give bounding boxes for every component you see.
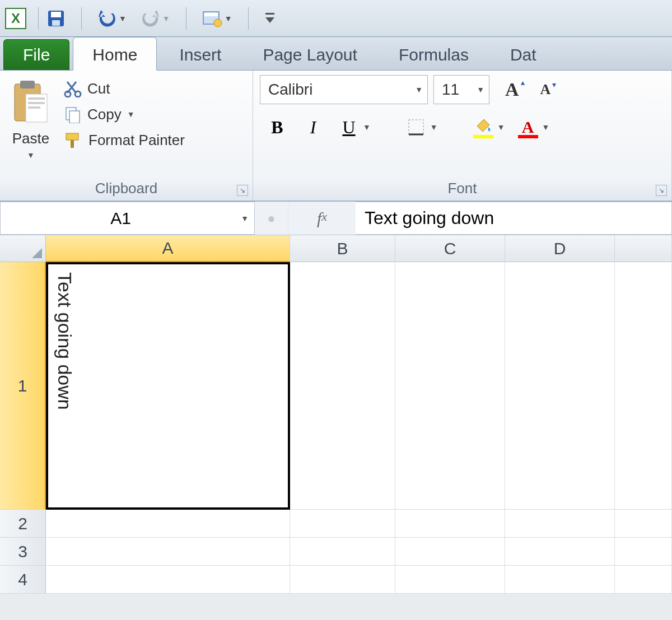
name-box[interactable]: A1 ▼: [0, 202, 255, 235]
bold-button[interactable]: B: [264, 114, 290, 140]
row-header-3[interactable]: 3: [0, 538, 46, 566]
column-header-extra[interactable]: [615, 235, 672, 262]
cell-E4[interactable]: [615, 566, 672, 594]
title-bar: X ▼ ▼ ▼: [0, 0, 672, 37]
shrink-font-button[interactable]: A▾: [540, 81, 551, 98]
font-color-button[interactable]: A ▼: [515, 114, 550, 140]
row-header-1[interactable]: 1: [0, 262, 46, 510]
tab-page-layout[interactable]: Page Layout: [244, 38, 376, 70]
svg-rect-21: [71, 140, 74, 148]
font-size-combo[interactable]: 11 ▼: [433, 75, 489, 104]
cut-button[interactable]: Cut: [62, 78, 187, 99]
svg-rect-13: [28, 97, 45, 100]
cell-D2[interactable]: [505, 510, 615, 538]
column-header-B[interactable]: B: [290, 235, 395, 262]
redo-button[interactable]: ▼: [138, 8, 174, 29]
svg-rect-6: [204, 13, 218, 16]
svg-point-7: [214, 19, 222, 27]
paste-label: Paste: [12, 130, 50, 147]
save-button[interactable]: [43, 7, 69, 30]
cancel-formula-button[interactable]: ●: [255, 202, 288, 235]
row-headers: 1 2 3 4: [0, 262, 46, 594]
insert-function-button[interactable]: fx: [288, 202, 356, 235]
svg-rect-19: [69, 111, 80, 123]
underline-button[interactable]: U ▼: [336, 114, 371, 140]
cell-C1[interactable]: [395, 262, 505, 510]
dropdown-icon[interactable]: ▼: [119, 14, 127, 23]
tab-formulas[interactable]: Formulas: [380, 38, 488, 70]
font-name-combo[interactable]: Calibri ▼: [260, 75, 428, 104]
dropdown-icon[interactable]: ▼: [415, 85, 423, 94]
dropdown-icon[interactable]: ▼: [27, 151, 35, 160]
select-all-corner[interactable]: [0, 235, 46, 262]
ribbon-tabs: File Home Insert Page Layout Formulas Da…: [0, 37, 672, 71]
dropdown-icon[interactable]: ▼: [542, 123, 550, 132]
copy-label: Copy: [87, 106, 122, 123]
svg-point-16: [65, 91, 71, 97]
cell-A3[interactable]: [46, 538, 290, 566]
svg-point-17: [75, 91, 81, 97]
font-dialog-launcher[interactable]: ↘: [656, 185, 667, 196]
svg-marker-9: [265, 17, 274, 23]
cell-B2[interactable]: [290, 510, 395, 538]
fill-color-button[interactable]: ▼: [470, 114, 505, 140]
paint-bucket-icon: [475, 118, 492, 137]
copy-button[interactable]: Copy ▼: [62, 104, 187, 124]
dropdown-icon[interactable]: ▼: [225, 14, 232, 23]
formula-bar-row: A1 ▼ ● fx Text going down: [0, 202, 672, 235]
cell-B3[interactable]: [290, 538, 395, 566]
column-header-C[interactable]: C: [395, 235, 505, 262]
tab-data[interactable]: Dat: [491, 38, 556, 70]
cell-A4[interactable]: [46, 566, 290, 594]
ribbon-home: Paste ▼ Cut Copy ▼ Format Painter C: [0, 71, 672, 202]
cell-C4[interactable]: [395, 566, 505, 594]
border-button[interactable]: ▼: [403, 114, 438, 140]
format-painter-label: Format Painter: [88, 132, 185, 149]
dropdown-icon[interactable]: ▼: [363, 123, 371, 132]
cell-E1[interactable]: [615, 262, 672, 510]
row-header-4[interactable]: 4: [0, 566, 46, 594]
format-painter-button[interactable]: Format Painter: [62, 130, 187, 150]
cell-B1[interactable]: [290, 262, 395, 510]
dropdown-icon[interactable]: ▼: [497, 123, 505, 132]
name-box-value: A1: [1, 209, 241, 228]
column-header-D[interactable]: D: [505, 235, 615, 262]
cell-A2[interactable]: [46, 510, 290, 538]
font-size-value: 11: [442, 81, 459, 99]
formula-bar-input[interactable]: Text going down: [356, 202, 672, 235]
worksheet-grid: A B C D 1 2 3 4 Text going down: [0, 235, 672, 594]
dropdown-icon[interactable]: ▼: [477, 85, 484, 94]
cut-label: Cut: [87, 80, 110, 97]
svg-rect-14: [28, 102, 45, 104]
cell-A1-value: Text going down: [48, 264, 81, 418]
cell-D1[interactable]: [505, 262, 615, 510]
cells-area[interactable]: Text going down: [46, 262, 672, 594]
italic-button[interactable]: I: [300, 114, 326, 140]
clipboard-dialog-launcher[interactable]: ↘: [237, 185, 248, 196]
svg-rect-8: [265, 13, 274, 15]
column-header-A[interactable]: A: [46, 235, 290, 262]
dropdown-icon[interactable]: ▼: [241, 214, 249, 223]
cell-E3[interactable]: [615, 538, 672, 566]
cell-C3[interactable]: [395, 538, 505, 566]
undo-button[interactable]: ▼: [94, 8, 130, 29]
dropdown-icon[interactable]: ▼: [162, 14, 170, 23]
grow-font-button[interactable]: A▴: [505, 79, 519, 100]
tab-insert[interactable]: Insert: [160, 38, 240, 70]
tab-file[interactable]: File: [3, 39, 69, 70]
paste-button[interactable]: Paste ▼: [7, 75, 55, 176]
cell-B4[interactable]: [290, 566, 395, 594]
open-recent-button[interactable]: ▼: [199, 7, 236, 30]
cell-D3[interactable]: [505, 538, 615, 566]
svg-rect-3: [51, 12, 61, 17]
cell-D4[interactable]: [505, 566, 615, 594]
svg-rect-4: [52, 20, 60, 26]
tab-home[interactable]: Home: [73, 37, 157, 71]
dropdown-icon[interactable]: ▼: [430, 123, 438, 132]
dropdown-icon[interactable]: ▼: [127, 110, 135, 119]
cell-E2[interactable]: [615, 510, 672, 538]
customize-qat-button[interactable]: [261, 10, 279, 27]
cell-A1[interactable]: Text going down: [46, 262, 290, 510]
row-header-2[interactable]: 2: [0, 510, 46, 538]
cell-C2[interactable]: [395, 510, 505, 538]
